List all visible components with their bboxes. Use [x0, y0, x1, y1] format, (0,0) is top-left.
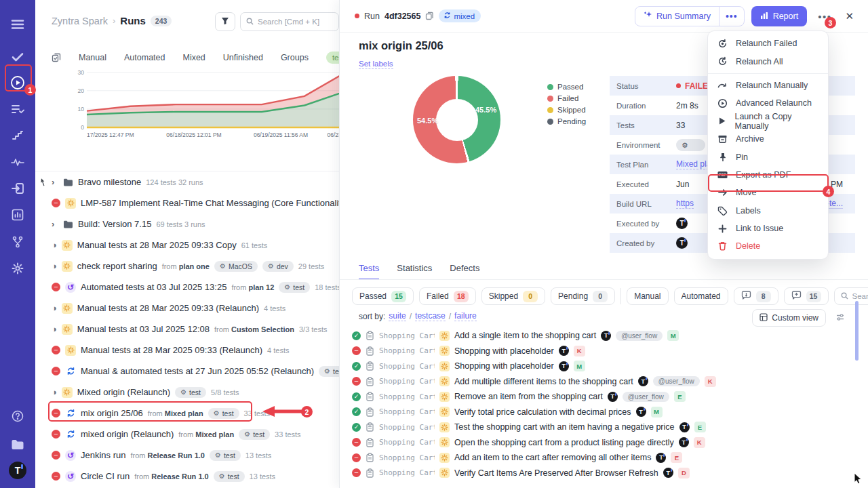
sidebar-item-settings[interactable]	[0, 256, 35, 281]
sort-by-failure[interactable]: failure	[454, 311, 477, 321]
assignee-avatar[interactable]: T	[608, 392, 618, 402]
sidebar-item-help[interactable]	[0, 404, 35, 428]
run-folder-row[interactable]: ›Build: Version 7.1569 tests 3 runs	[35, 214, 339, 235]
test-row[interactable]: −Shopping Cart @s...Add an item to the c…	[352, 450, 857, 466]
run-row[interactable]: −↺Circle CI runfrom Release Run 1.0⚙test…	[35, 466, 339, 487]
sidebar-logo[interactable]: T	[0, 458, 35, 483]
run-row[interactable]: −mixed origin (Relaunch)from Mixed plan⚙…	[35, 424, 339, 445]
tab-statistics[interactable]: Statistics	[397, 263, 432, 280]
breadcrumb-project[interactable]: Zyntra Spark	[52, 16, 108, 26]
user-avatar[interactable]: T	[676, 237, 688, 249]
runs-tab-unfinished[interactable]: Unfinished	[223, 53, 263, 62]
assignee-avatar[interactable]: T	[638, 376, 648, 386]
sidebar-item-pulse[interactable]	[0, 150, 35, 174]
filter-failed[interactable]: Failed18	[419, 287, 476, 305]
runs-tab-automated[interactable]: Automated	[124, 53, 165, 62]
sidebar-item-menu[interactable]	[0, 12, 35, 37]
sidebar-item-import[interactable]	[0, 176, 35, 201]
menu-item-archive[interactable]: Archive	[708, 130, 828, 148]
test-row[interactable]: −Shopping Cart @s...Shopping with placeh…	[352, 344, 857, 359]
copy-icon[interactable]	[425, 12, 434, 20]
user-avatar[interactable]: T	[676, 218, 688, 229]
menu-item-move[interactable]: Move	[708, 184, 828, 201]
legend-item-passed[interactable]: Passed	[547, 83, 586, 91]
test-title[interactable]: Add an item to the cart after removing a…	[454, 453, 651, 462]
legend-item-pending[interactable]: Pending	[547, 117, 586, 125]
menu-item-pin[interactable]: Pin	[708, 148, 828, 165]
filter-chat[interactable]: 8	[734, 287, 778, 305]
menu-item-advanced-relaunch[interactable]: Advanced Relaunch	[708, 94, 828, 112]
menu-item-link-to-issue[interactable]: Link to Issue	[708, 220, 828, 237]
test-title[interactable]: Verify total price calculation with deci…	[454, 407, 631, 417]
legend-item-failed[interactable]: Failed	[547, 94, 586, 102]
runs-tab-groups[interactable]: Groups	[281, 53, 309, 62]
sidebar-item-analytics[interactable]	[0, 203, 35, 227]
test-title[interactable]: Open the shopping cart from a product li…	[454, 438, 674, 447]
tab-defects[interactable]: Defects	[450, 263, 479, 280]
summary-more-button[interactable]: •••	[719, 11, 744, 22]
menu-item-launch-a-copy-manually[interactable]: Launch a Copy Manually	[708, 113, 828, 130]
mixed-type-badge[interactable]: mixed	[439, 9, 481, 22]
test-title[interactable]: Test the shopping cart with an item havi…	[454, 422, 675, 432]
sort-by-suite[interactable]: suite	[389, 311, 406, 321]
test-row[interactable]: ✓Shopping Cart @s...Remove an item from …	[352, 389, 857, 405]
runs-search-input[interactable]	[258, 18, 333, 26]
filter-manual[interactable]: Manual	[627, 287, 668, 305]
detail-link[interactable]: https	[676, 199, 694, 209]
set-labels-link[interactable]: Set labels	[359, 60, 393, 69]
test-title[interactable]: Add multiple different items to the shop…	[454, 377, 633, 386]
sort-by-testcase[interactable]: testcase	[415, 311, 446, 321]
report-button[interactable]: Report	[751, 6, 808, 26]
sidebar-item-branches[interactable]	[0, 230, 35, 254]
test-row[interactable]: ✓Shopping Cart @s...Test the shopping ca…	[352, 420, 857, 435]
tests-scrollbar[interactable]	[855, 301, 859, 361]
test-row[interactable]: −Shopping Cart @s...Add multiple differe…	[352, 374, 857, 390]
menu-item-relaunch-failed[interactable]: Relaunch Failed	[708, 35, 828, 52]
filter-button[interactable]	[215, 12, 235, 31]
sidebar-item-projects[interactable]	[0, 432, 35, 457]
test-title[interactable]: Shopping with placeholder	[454, 361, 554, 371]
assignee-avatar[interactable]: T	[559, 361, 569, 371]
test-row[interactable]: ✓Shopping Cart @s...Shopping with placeh…	[352, 359, 857, 374]
assignee-avatar[interactable]: T	[601, 331, 611, 341]
environment-badge[interactable]: ⚙	[676, 139, 705, 151]
run-row[interactable]: ◑check report sharingfrom plan one⚙MacOS…	[35, 256, 339, 277]
assignee-avatar[interactable]: T	[656, 453, 666, 463]
assignee-avatar[interactable]: T	[679, 422, 690, 432]
run-row[interactable]: ◑Manual tests at 28 Mar 2025 09:33 (Rela…	[35, 298, 339, 319]
test-row[interactable]: ✓Shopping Cart @s...Add a single item to…	[352, 328, 857, 344]
run-row[interactable]: −LMP-587 Implement Real-Time Chat Messag…	[35, 192, 339, 214]
workspace-tag-badge[interactable]: test work	[326, 52, 339, 64]
test-title[interactable]: Verify Cart Items Are Preserved After Br…	[454, 468, 658, 478]
view-settings-icon[interactable]	[835, 312, 845, 325]
tests-search-input[interactable]	[852, 292, 868, 300]
test-row[interactable]: −Shopping Cart @s...Open the shopping ca…	[352, 435, 857, 451]
run-row[interactable]: ◑Manual tests at 03 Jul 2025 12:08from C…	[35, 319, 339, 340]
run-row[interactable]: −↺Jenkins runfrom Release Run 1.0⚙test13…	[35, 445, 339, 466]
test-row[interactable]: ✓Shopping Cart @s...Verify total price c…	[352, 405, 857, 420]
menu-item-relaunch-all[interactable]: Relaunch All	[708, 52, 828, 70]
chevron-right-icon[interactable]: ›	[52, 177, 58, 187]
menu-item-relaunch-manually[interactable]: Relaunch Manually	[708, 77, 828, 94]
chevron-right-icon[interactable]: ›	[52, 219, 58, 229]
run-row[interactable]: −↺Automated tests at 03 Jul 2025 13:25fr…	[35, 277, 339, 298]
close-detail-button[interactable]: ✕	[842, 9, 856, 24]
test-title[interactable]: Shopping with placeholder	[454, 346, 554, 356]
test-title[interactable]: Add a single item to the shopping cart	[454, 331, 596, 340]
legend-item-skipped[interactable]: Skipped	[547, 106, 586, 114]
run-summary-button[interactable]: Run Summary	[635, 11, 719, 22]
assignee-avatar[interactable]: T	[663, 468, 673, 478]
sidebar-item-check[interactable]	[0, 45, 35, 69]
test-title[interactable]: Remove an item from the shopping cart	[454, 392, 603, 401]
sidebar-item-milestones[interactable]	[0, 123, 35, 148]
runs-tab-manual[interactable]: Manual	[79, 53, 106, 62]
assignee-avatar[interactable]: T	[679, 437, 689, 447]
copy-check-icon[interactable]	[52, 53, 61, 62]
filter-automated[interactable]: Automated	[674, 287, 728, 305]
runs-tab-mixed[interactable]: Mixed	[182, 53, 205, 62]
tab-tests[interactable]: Tests	[359, 263, 379, 280]
run-folder-row[interactable]: ›Bravo milestone124 tests 32 runs	[35, 171, 339, 192]
filter-pending[interactable]: Pending0	[551, 287, 615, 305]
menu-item-delete[interactable]: Delete	[708, 237, 828, 255]
run-row[interactable]: ◑Mixed origin (Relaunch)⚙test5/8 tests	[35, 382, 339, 403]
